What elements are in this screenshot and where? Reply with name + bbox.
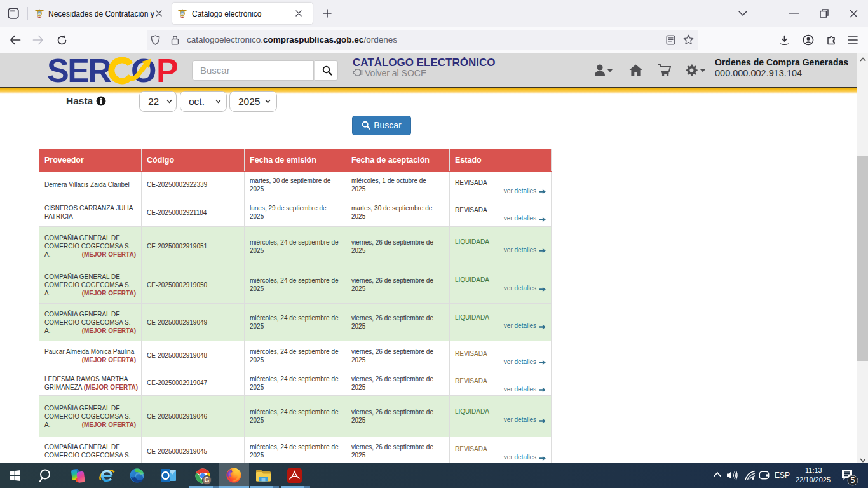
svg-text:SER: SER [47, 56, 111, 85]
svg-text:P: P [156, 56, 179, 85]
svg-text:G: G [205, 477, 210, 484]
svg-text:5: 5 [851, 476, 855, 485]
